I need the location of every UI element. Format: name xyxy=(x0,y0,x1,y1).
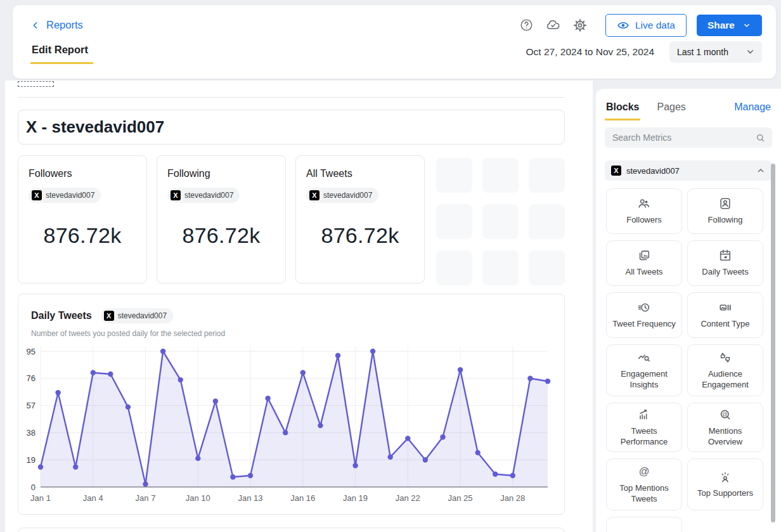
followers-icon xyxy=(637,197,651,211)
svg-text:Jan 7: Jan 7 xyxy=(136,493,156,503)
block-label: Engagement Insights xyxy=(610,369,678,391)
block-followers[interactable]: Followers xyxy=(606,188,682,234)
period-dropdown[interactable]: Last 1 month xyxy=(669,41,762,63)
report-title-block[interactable]: X - stevedavid007 xyxy=(18,110,565,145)
tab-pages[interactable]: Pages xyxy=(655,101,687,119)
block-top-supporters[interactable]: Top Supporters xyxy=(687,458,763,510)
chart-point xyxy=(108,372,113,377)
chart-point xyxy=(55,390,60,395)
chart-point xyxy=(318,423,323,428)
block-top-mentions-tweets[interactable]: @Top Mentions Tweets xyxy=(606,458,682,510)
svg-text:Jan 4: Jan 4 xyxy=(83,493,103,503)
x-logo-icon: X xyxy=(309,190,320,200)
account-badge-label: stevedavid007 xyxy=(46,191,94,200)
chart-point xyxy=(493,472,498,477)
chevron-left-icon xyxy=(30,20,41,30)
chart-point xyxy=(91,370,96,375)
chevron-down-icon xyxy=(745,46,756,57)
eye-icon xyxy=(617,19,629,32)
manage-link[interactable]: Manage xyxy=(734,101,771,113)
sidebar-scrollbar[interactable] xyxy=(771,164,775,522)
tab-blocks[interactable]: Blocks xyxy=(605,101,640,120)
chart-subtitle: Number of tweets you posted daily for th… xyxy=(18,323,564,338)
chart-point xyxy=(423,457,428,462)
svg-text:76: 76 xyxy=(27,373,36,383)
block-label: Followers xyxy=(626,215,662,226)
drop-placeholder[interactable] xyxy=(18,81,54,87)
all-tweets-icon xyxy=(637,249,651,263)
block-tweet-frequency[interactable]: Tweet Frequency xyxy=(606,292,682,338)
account-badge: Xstevedavid007 xyxy=(167,188,240,203)
blocks-sidebar: Blocks Pages Manage X stevedavid007 Foll… xyxy=(596,89,781,532)
share-button[interactable]: Share xyxy=(697,15,762,36)
block-daily-tweets[interactable]: Daily Tweets xyxy=(687,240,763,286)
account-group-accordion[interactable]: X stevedavid007 xyxy=(605,160,772,181)
report-title: X - stevedavid007 xyxy=(26,117,164,137)
block-label: Following xyxy=(708,215,743,226)
skeleton-cell xyxy=(529,204,565,239)
metric-card-followers[interactable]: FollowersXstevedavid007876.72k xyxy=(18,155,147,283)
metric-value: 876.72k xyxy=(167,223,275,248)
metric-value: 876.72k xyxy=(306,223,414,248)
chart-point xyxy=(160,349,165,354)
x-logo-icon: X xyxy=(32,190,42,200)
chart-point xyxy=(143,481,148,486)
svg-text:95: 95 xyxy=(27,347,36,356)
block-following[interactable]: Following xyxy=(687,188,763,234)
block-label: Audience Engagement xyxy=(692,369,759,391)
mentions-overview-icon: @ xyxy=(718,408,732,422)
chart-point xyxy=(388,455,393,460)
block-content-type[interactable]: Content Type xyxy=(687,292,763,338)
account-badge: X stevedavid007 xyxy=(101,308,173,323)
search-metrics-input[interactable] xyxy=(612,133,755,143)
svg-text:Jan 22: Jan 22 xyxy=(396,493,420,503)
skeleton-cell xyxy=(436,204,472,239)
help-button[interactable] xyxy=(515,15,538,36)
chart-point xyxy=(248,473,253,478)
metric-blocks-grid: FollowersFollowingAll TweetsDaily Tweets… xyxy=(606,188,772,532)
daily-tweets-block[interactable]: Daily Tweets X stevedavid007 Number of t… xyxy=(18,294,565,515)
svg-text:0: 0 xyxy=(31,483,36,492)
tweets-performance-icon xyxy=(637,408,651,422)
svg-text:@: @ xyxy=(722,411,728,417)
svg-text:Jan 25: Jan 25 xyxy=(448,493,473,503)
back-to-reports-link[interactable]: Reports xyxy=(30,19,83,31)
svg-text:Jan 16: Jan 16 xyxy=(290,493,315,503)
block-audience-engagement[interactable]: Audience Engagement xyxy=(687,344,763,396)
metric-title: All Tweets xyxy=(306,168,414,179)
account-badge-label: stevedavid007 xyxy=(184,191,233,200)
chart-point xyxy=(475,450,481,455)
metric-title: Following xyxy=(167,168,275,179)
block-engagement-insights[interactable]: Engagement Insights xyxy=(606,344,682,396)
divider xyxy=(18,97,565,98)
search-metrics-box xyxy=(605,127,772,148)
svg-text:57: 57 xyxy=(27,401,36,410)
svg-text:Jan 28: Jan 28 xyxy=(500,493,525,503)
search-icon xyxy=(755,133,766,143)
metric-card-all-tweets[interactable]: All TweetsXstevedavid007876.72k xyxy=(295,155,425,283)
sync-status-button[interactable] xyxy=(542,15,565,36)
help-icon xyxy=(519,18,534,32)
daily-tweets-icon xyxy=(718,249,732,263)
chart-point xyxy=(195,456,200,461)
live-data-button[interactable]: Live data xyxy=(605,14,687,37)
account-badge: Xstevedavid007 xyxy=(306,188,378,203)
next-block-partial[interactable] xyxy=(18,528,565,532)
block-all-tweets[interactable]: All Tweets xyxy=(606,240,682,286)
gear-icon xyxy=(572,18,588,33)
block-tweets-performance[interactable]: Tweets Performance xyxy=(606,403,682,452)
block-label: Tweet Frequency xyxy=(612,319,676,330)
block-mentions-overview[interactable]: @Mentions Overview xyxy=(687,403,763,452)
settings-button[interactable] xyxy=(569,15,591,36)
share-label: Share xyxy=(707,20,735,31)
tab-edit-report[interactable]: Edit Report xyxy=(30,42,93,64)
svg-text:38: 38 xyxy=(27,428,36,438)
block-hashtag-icon[interactable]: # xyxy=(606,517,682,532)
chart-point xyxy=(405,436,410,441)
metric-card-following[interactable]: FollowingXstevedavid007876.72k xyxy=(157,155,286,283)
skeleton-cell xyxy=(529,250,565,285)
engagement-insights-icon xyxy=(637,351,651,365)
block-label: Top Mentions Tweets xyxy=(610,483,678,505)
block-label: Daily Tweets xyxy=(702,267,748,278)
period-selected-value: Last 1 month xyxy=(677,47,728,57)
